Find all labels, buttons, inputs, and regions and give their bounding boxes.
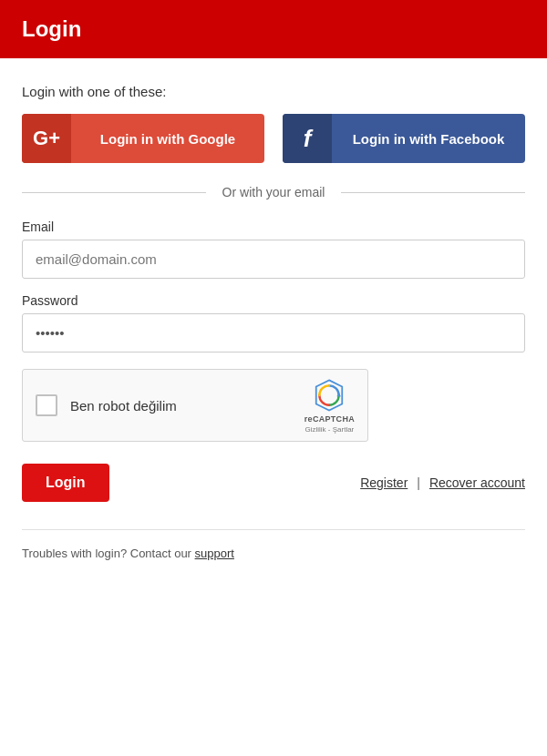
action-row: Login Register | Recover account <box>22 464 525 502</box>
secondary-links: Register | Recover account <box>360 475 525 490</box>
divider-text: Or with your email <box>206 185 342 199</box>
recover-account-link[interactable]: Recover account <box>429 475 525 490</box>
recaptcha-label: Ben robot değilim <box>70 398 292 414</box>
footer-trouble-text: Troubles with login? Contact our <box>22 547 195 560</box>
register-link[interactable]: Register <box>360 475 408 490</box>
svg-marker-0 <box>337 393 342 396</box>
facebook-icon-area: f <box>283 114 332 163</box>
recaptcha-icon <box>312 378 346 413</box>
login-button[interactable]: Login <box>22 464 109 502</box>
link-separator: | <box>417 475 420 490</box>
facebook-button-label: Login in with Facebook <box>332 131 525 147</box>
email-input[interactable] <box>22 240 525 279</box>
page-header: Login <box>0 0 547 58</box>
login-options-label: Login with one of these: <box>22 84 525 99</box>
footer-text: Troubles with login? Contact our support <box>22 547 525 578</box>
main-content: Login with one of these: G+ Login in wit… <box>0 58 547 600</box>
email-divider: Or with your email <box>22 185 525 199</box>
google-icon: G+ <box>33 127 60 150</box>
page-title: Login <box>22 16 81 41</box>
email-label: Email <box>22 220 525 234</box>
footer-divider <box>22 529 525 530</box>
social-buttons-row: G+ Login in with Google f Login in with … <box>22 114 525 163</box>
facebook-icon: f <box>304 125 312 153</box>
email-form-group: Email <box>22 220 525 279</box>
divider-line-right <box>341 192 525 193</box>
recaptcha-widget: Ben robot değilim reCAPTCHA Gizlilik - Ş… <box>22 369 368 442</box>
password-form-group: Password <box>22 293 525 352</box>
facebook-login-button[interactable]: f Login in with Facebook <box>283 114 525 163</box>
recaptcha-logo: reCAPTCHA Gizlilik - Şartlar <box>304 378 355 434</box>
google-icon-area: G+ <box>22 114 71 163</box>
recaptcha-brand-label: reCAPTCHA <box>304 414 355 424</box>
google-button-label: Login in with Google <box>71 131 264 147</box>
support-link[interactable]: support <box>195 547 234 560</box>
google-login-button[interactable]: G+ Login in with Google <box>22 114 264 163</box>
password-input[interactable] <box>22 313 525 352</box>
password-label: Password <box>22 293 525 308</box>
recaptcha-links-label: Gizlilik - Şartlar <box>305 425 355 434</box>
recaptcha-checkbox[interactable] <box>36 394 57 416</box>
divider-line-left <box>22 192 206 193</box>
